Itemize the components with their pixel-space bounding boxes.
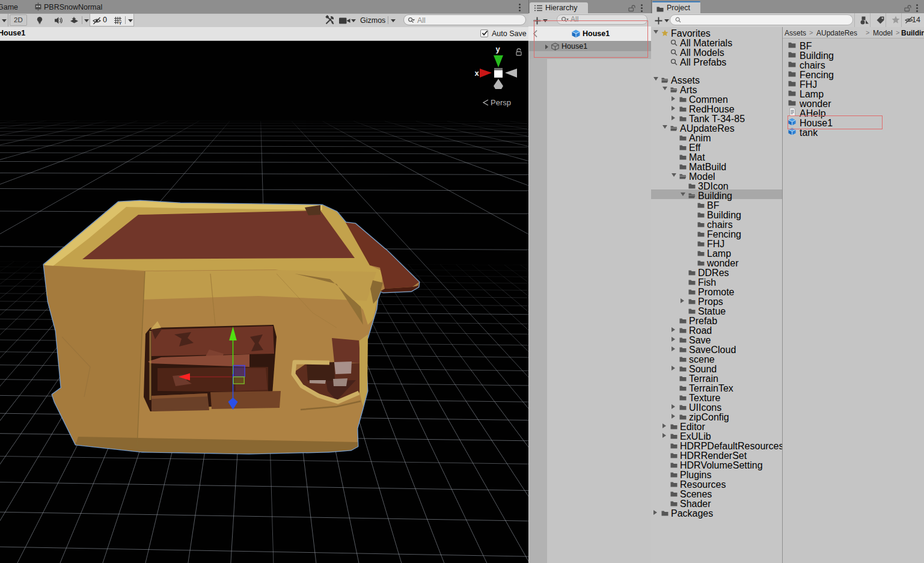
- svg-text:Y: Y: [119, 20, 122, 26]
- svg-text:x: x: [474, 69, 479, 78]
- svg-text:y: y: [495, 45, 500, 54]
- svg-text:Persp: Persp: [491, 98, 511, 107]
